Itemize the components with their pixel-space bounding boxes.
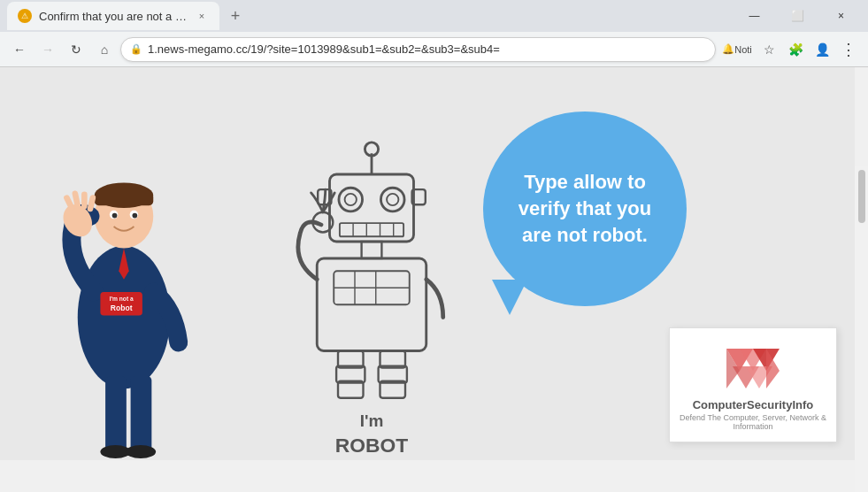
svg-point-6: [112, 213, 118, 219]
extensions-icon: 🧩: [788, 42, 803, 57]
svg-point-20: [126, 445, 156, 458]
home-button[interactable]: ⌂: [92, 37, 117, 62]
svg-text:ROBOT: ROBOT: [335, 434, 408, 457]
bubble-circle: Type allow to verify that you are not ro…: [483, 111, 687, 306]
minimize-button[interactable]: —: [734, 3, 774, 29]
svg-text:I'm not a: I'm not a: [110, 296, 134, 302]
svg-point-24: [339, 188, 363, 211]
browser-chrome: ⚠ Confirm that you are not a robot × + —…: [0, 0, 868, 67]
svg-rect-35: [362, 242, 382, 258]
robot-svg: I'm ROBOT: [274, 124, 469, 460]
close-button[interactable]: ×: [821, 3, 861, 29]
svg-text:I'm: I'm: [360, 411, 384, 430]
forward-button[interactable]: →: [35, 37, 60, 62]
svg-point-25: [380, 188, 404, 211]
menu-button[interactable]: ⋮: [836, 37, 861, 62]
scrollbar-thumb[interactable]: [858, 170, 865, 223]
bookmark-button[interactable]: ☆: [757, 37, 781, 62]
bubble-tail: [492, 280, 527, 315]
tab-title: Confirm that you are not a robot: [39, 10, 188, 23]
svg-line-10: [75, 194, 78, 205]
svg-rect-17: [105, 376, 127, 452]
profile-button[interactable]: 👤: [810, 37, 834, 62]
lock-icon: 🔒: [130, 43, 142, 55]
tab-close-button[interactable]: ×: [195, 9, 209, 23]
svg-rect-3: [95, 193, 154, 205]
logo-card: ComputerSecurityInfo Defend The Computer…: [669, 327, 837, 442]
svg-point-7: [133, 213, 138, 219]
profile-icon: 👤: [815, 42, 830, 57]
page-area: I'm not a Robot: [0, 67, 868, 460]
reload-button[interactable]: ↻: [64, 37, 88, 62]
svg-line-9: [66, 198, 72, 208]
logo-name: ComputerSecurityInfo: [693, 398, 814, 411]
notifications-button[interactable]: 🔔 Noti: [719, 37, 755, 62]
window-controls: — ⬜ ×: [734, 3, 861, 29]
extensions-button[interactable]: 🧩: [783, 37, 808, 62]
svg-point-27: [387, 194, 398, 205]
robot-figure: I'm ROBOT: [274, 124, 469, 460]
maximize-button[interactable]: ⬜: [778, 3, 818, 29]
notifications-icon: 🔔: [722, 43, 734, 55]
speech-bubble: Type allow to verify that you are not ro…: [457, 111, 687, 315]
logo-graphic: [718, 340, 788, 393]
notifications-label: Noti: [734, 44, 752, 55]
toolbar: ← → ↻ ⌂ 🔒 1.news-megamo.cc/19/?site=1013…: [0, 32, 868, 67]
logo-tagline: Defend The Computer, Server, Network & I…: [679, 413, 827, 431]
new-tab-button[interactable]: +: [223, 4, 248, 28]
bubble-text: Type allow to verify that you are not ro…: [510, 169, 660, 248]
svg-text:Robot: Robot: [111, 304, 133, 312]
back-button[interactable]: ←: [7, 37, 32, 62]
tab-bar: ⚠ Confirm that you are not a robot × +: [7, 2, 731, 30]
svg-point-26: [345, 194, 357, 205]
svg-rect-18: [131, 376, 152, 452]
title-bar: ⚠ Confirm that you are not a robot × + —…: [0, 0, 868, 32]
tab-favicon: ⚠: [18, 9, 32, 23]
address-bar[interactable]: 🔒 1.news-megamo.cc/19/?site=1013989&sub1…: [120, 37, 716, 62]
scrollbar[interactable]: [855, 166, 868, 492]
person-figure: I'm not a Robot: [44, 124, 204, 460]
toolbar-actions: 🔔 Noti ☆ 🧩 👤 ⋮: [719, 37, 861, 62]
svg-line-12: [90, 198, 93, 209]
active-tab[interactable]: ⚠ Confirm that you are not a robot ×: [7, 2, 219, 30]
url-text: 1.news-megamo.cc/19/?site=1013989&sub1=&…: [148, 42, 706, 56]
person-svg: I'm not a Robot: [44, 124, 204, 460]
page-content: I'm not a Robot: [0, 67, 855, 460]
